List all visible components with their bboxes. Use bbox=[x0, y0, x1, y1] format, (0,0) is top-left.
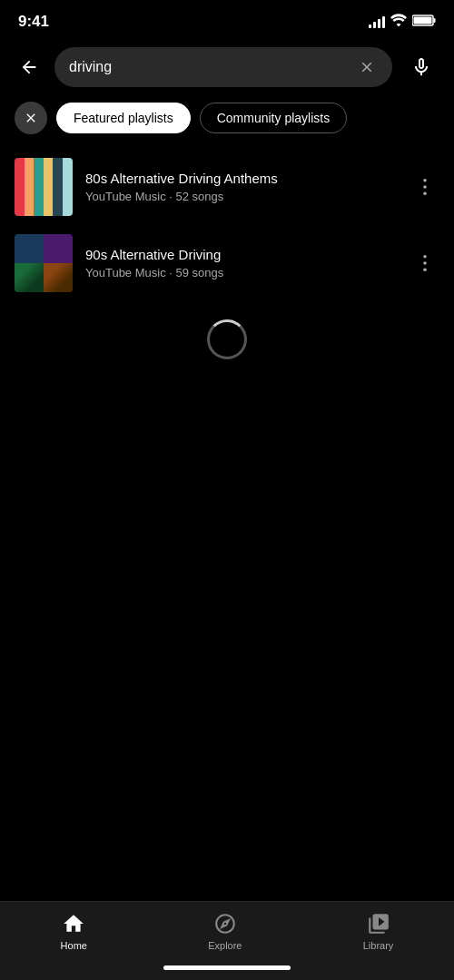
filter-row: Featured playlists Community playlists bbox=[0, 94, 454, 142]
clear-button[interactable] bbox=[356, 56, 378, 78]
nav-label-library: Library bbox=[363, 940, 394, 951]
playlist-thumbnail-80s bbox=[15, 158, 73, 216]
svg-point-7 bbox=[423, 261, 427, 265]
nav-label-home: Home bbox=[61, 940, 87, 951]
wifi-icon bbox=[390, 14, 407, 30]
playlist-subtitle-90s: YouTube Music · 59 songs bbox=[85, 266, 398, 279]
search-bar: driving bbox=[0, 40, 454, 94]
home-bar bbox=[163, 965, 291, 970]
playlist-title-80s: 80s Alternative Driving Anthems bbox=[85, 171, 398, 186]
bottom-nav: Home Explore Library bbox=[0, 901, 454, 980]
loading-spinner-container bbox=[0, 301, 454, 377]
playlist-info-90s: 90s Alternative Driving YouTube Music · … bbox=[85, 247, 398, 279]
status-time: 9:41 bbox=[18, 13, 49, 31]
home-icon bbox=[61, 911, 86, 936]
svg-point-5 bbox=[423, 191, 427, 195]
more-menu-button-80s[interactable] bbox=[410, 172, 439, 201]
mic-button[interactable] bbox=[403, 49, 439, 85]
nav-item-library[interactable]: Library bbox=[345, 911, 412, 951]
back-button[interactable] bbox=[15, 53, 44, 82]
nav-items: Home Explore Library bbox=[0, 911, 454, 958]
status-icons bbox=[369, 14, 436, 30]
playlist-list: 80s Alternative Driving Anthems YouTube … bbox=[0, 142, 454, 385]
svg-point-4 bbox=[423, 185, 427, 189]
svg-point-6 bbox=[423, 255, 427, 259]
nav-label-explore: Explore bbox=[208, 940, 242, 951]
signal-icon bbox=[369, 15, 385, 28]
svg-point-3 bbox=[423, 179, 427, 182]
search-input[interactable]: driving bbox=[69, 59, 356, 75]
filter-chip-community[interactable]: Community playlists bbox=[200, 103, 347, 133]
svg-point-8 bbox=[423, 268, 427, 271]
svg-rect-2 bbox=[434, 18, 436, 23]
explore-icon bbox=[212, 911, 238, 936]
home-indicator bbox=[0, 958, 454, 980]
nav-item-explore[interactable]: Explore bbox=[190, 911, 260, 951]
filter-chip-featured[interactable]: Featured playlists bbox=[56, 103, 191, 133]
battery-icon bbox=[412, 14, 436, 30]
library-icon bbox=[366, 911, 391, 936]
more-menu-button-90s[interactable] bbox=[410, 249, 439, 278]
playlist-thumbnail-90s bbox=[15, 234, 73, 292]
playlist-item-90s[interactable]: 90s Alternative Driving YouTube Music · … bbox=[0, 225, 454, 301]
status-bar: 9:41 bbox=[0, 0, 454, 40]
close-filter-button[interactable] bbox=[15, 102, 47, 134]
playlist-item-80s[interactable]: 80s Alternative Driving Anthems YouTube … bbox=[0, 149, 454, 225]
playlist-title-90s: 90s Alternative Driving bbox=[85, 247, 398, 262]
search-input-container[interactable]: driving bbox=[54, 47, 392, 87]
playlist-subtitle-80s: YouTube Music · 52 songs bbox=[85, 190, 398, 203]
loading-spinner bbox=[207, 319, 247, 359]
playlist-info-80s: 80s Alternative Driving Anthems YouTube … bbox=[85, 171, 398, 203]
nav-item-home[interactable]: Home bbox=[43, 911, 105, 951]
svg-rect-1 bbox=[414, 17, 432, 24]
